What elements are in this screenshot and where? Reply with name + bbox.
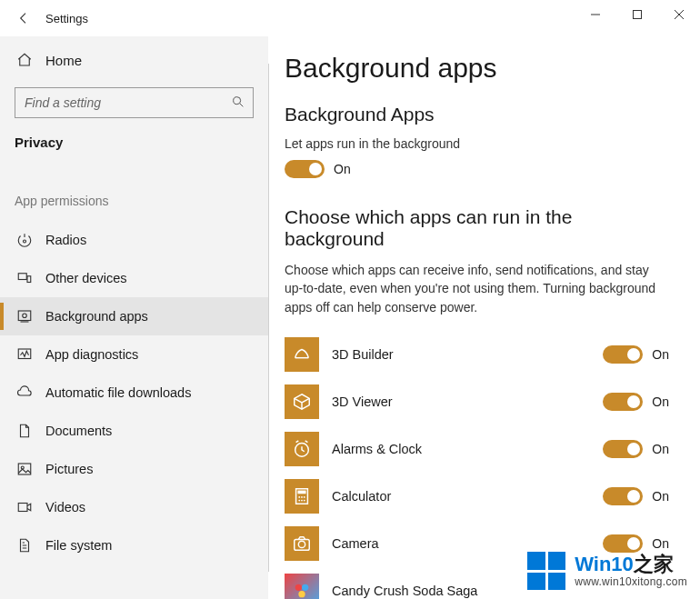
sidebar-item-label: Other devices bbox=[45, 271, 126, 285]
sidebar-item-label: Background apps bbox=[45, 309, 148, 324]
svg-point-23 bbox=[295, 584, 302, 591]
search-icon bbox=[231, 95, 245, 112]
toggle-switch-icon bbox=[603, 534, 643, 553]
app-toggle[interactable]: On bbox=[603, 393, 675, 411]
app-name-label: Alarms & Clock bbox=[332, 442, 590, 456]
picture-icon bbox=[16, 461, 33, 477]
global-toggle[interactable]: On bbox=[285, 160, 351, 178]
sidebar-item-cloud[interactable]: Automatic file downloads bbox=[0, 374, 268, 412]
maximize-button[interactable] bbox=[616, 0, 658, 29]
app-row: CalculatorOn bbox=[285, 476, 675, 516]
svg-point-3 bbox=[24, 240, 26, 243]
clock-icon bbox=[285, 432, 319, 466]
app-name-label: Camera bbox=[332, 536, 590, 551]
radios-icon bbox=[16, 232, 33, 248]
app-toggle[interactable]: On bbox=[603, 487, 675, 505]
watermark: Win10之家 www.win10xitong.com bbox=[527, 552, 687, 590]
sidebar-item-devices[interactable]: Other devices bbox=[0, 259, 268, 297]
home-nav[interactable]: Home bbox=[0, 42, 268, 78]
sidebar-item-label: Pictures bbox=[45, 462, 93, 476]
section-background-apps: Background Apps bbox=[285, 104, 675, 125]
svg-point-17 bbox=[304, 496, 305, 498]
sidebar-item-filesystem[interactable]: File system bbox=[0, 526, 268, 564]
app-toggle[interactable]: On bbox=[603, 345, 675, 364]
home-label: Home bbox=[45, 53, 82, 68]
title-bar: Settings bbox=[0, 0, 700, 36]
cloud-icon bbox=[16, 384, 33, 401]
watermark-url: www.win10xitong.com bbox=[575, 576, 687, 589]
app-toggle-state: On bbox=[652, 347, 669, 362]
sidebar-item-background[interactable]: Background apps bbox=[0, 297, 268, 335]
app-row: 3D ViewerOn bbox=[285, 382, 675, 422]
sidebar-item-label: App diagnostics bbox=[45, 347, 138, 362]
sidebar-item-label: Radios bbox=[45, 233, 86, 247]
sidebar-item-document[interactable]: Documents bbox=[0, 412, 268, 450]
background-icon bbox=[16, 308, 33, 324]
watermark-title: Win10之家 bbox=[575, 553, 687, 575]
diagnostics-icon bbox=[16, 346, 33, 363]
section-choose-apps: Choose which apps can run in the backgro… bbox=[285, 206, 675, 250]
sidebar-item-label: Automatic file downloads bbox=[45, 385, 191, 400]
sidebar-item-radios[interactable]: Radios bbox=[0, 221, 268, 259]
builder3d-icon bbox=[285, 337, 319, 372]
app-name-label: Calculator bbox=[332, 489, 590, 504]
svg-point-7 bbox=[23, 314, 27, 318]
svg-point-22 bbox=[298, 541, 305, 547]
calculator-icon bbox=[285, 479, 319, 514]
svg-rect-4 bbox=[18, 274, 26, 280]
global-toggle-state: On bbox=[334, 162, 351, 176]
video-icon bbox=[16, 499, 33, 515]
home-icon bbox=[16, 52, 33, 68]
sidebar-item-diagnostics[interactable]: App diagnostics bbox=[0, 335, 268, 374]
app-toggle-state: On bbox=[652, 536, 669, 551]
document-icon bbox=[16, 423, 33, 439]
svg-point-16 bbox=[301, 496, 303, 498]
toggle-switch-icon bbox=[603, 345, 643, 364]
svg-rect-1 bbox=[634, 11, 642, 19]
cube-icon bbox=[285, 384, 319, 419]
minimize-button[interactable] bbox=[575, 0, 616, 29]
page-title: Background apps bbox=[285, 53, 675, 84]
search-input[interactable] bbox=[23, 95, 205, 111]
window-title: Settings bbox=[42, 12, 88, 25]
toggle-switch-icon bbox=[603, 487, 643, 505]
svg-rect-6 bbox=[18, 311, 31, 321]
svg-rect-5 bbox=[27, 276, 31, 283]
windows-logo-icon bbox=[527, 552, 565, 590]
toggle-switch-icon bbox=[603, 440, 643, 458]
svg-point-18 bbox=[298, 500, 300, 502]
sidebar-item-video[interactable]: Videos bbox=[0, 488, 268, 526]
back-button[interactable] bbox=[5, 0, 42, 36]
app-name-label: 3D Viewer bbox=[332, 394, 590, 409]
svg-rect-9 bbox=[18, 464, 31, 474]
devices-icon bbox=[16, 270, 33, 286]
close-button[interactable] bbox=[658, 0, 700, 29]
sidebar-item-label: File system bbox=[45, 538, 112, 553]
toggle-switch-icon bbox=[285, 160, 325, 178]
global-toggle-caption: Let apps run in the background bbox=[285, 136, 675, 151]
candy-icon bbox=[285, 574, 319, 599]
svg-point-15 bbox=[298, 496, 300, 498]
app-toggle[interactable]: On bbox=[603, 534, 675, 553]
section-privacy: Privacy bbox=[0, 131, 268, 166]
sidebar: Home Privacy App permissions RadiosOther… bbox=[0, 36, 268, 599]
app-name-label: 3D Builder bbox=[332, 347, 590, 362]
app-toggle-state: On bbox=[652, 442, 669, 456]
group-app-permissions: App permissions bbox=[0, 166, 268, 221]
filesystem-icon bbox=[16, 537, 33, 554]
svg-point-20 bbox=[304, 500, 305, 502]
section-description: Choose which apps can receive info, send… bbox=[285, 261, 666, 316]
svg-rect-14 bbox=[297, 490, 305, 494]
sidebar-item-picture[interactable]: Pictures bbox=[0, 450, 268, 488]
app-toggle-state: On bbox=[652, 394, 669, 409]
app-toggle[interactable]: On bbox=[603, 440, 675, 458]
camera-icon bbox=[285, 526, 319, 561]
search-box[interactable] bbox=[15, 87, 254, 118]
sidebar-item-label: Documents bbox=[45, 424, 112, 438]
svg-point-2 bbox=[234, 96, 241, 104]
svg-point-24 bbox=[302, 584, 308, 591]
app-toggle-state: On bbox=[652, 489, 669, 504]
toggle-switch-icon bbox=[603, 393, 643, 411]
app-row: Alarms & ClockOn bbox=[285, 429, 675, 469]
svg-point-19 bbox=[301, 500, 303, 502]
